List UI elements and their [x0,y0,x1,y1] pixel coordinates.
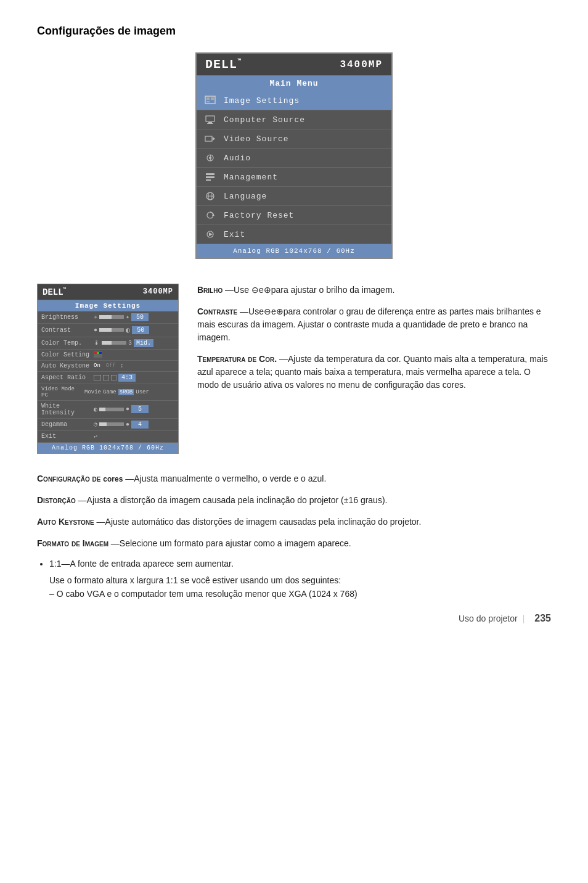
osd-item-video-source-label: Video Source [224,134,289,144]
osd-item-computer-source[interactable]: Computer Source [197,110,391,129]
sub-indent-block: Use o formato altura x largura 1:1 se vo… [49,573,551,601]
desc-distorcao-text: —Ajusta a distorção da imagem causada pe… [78,495,388,505]
osd-item-exit[interactable]: Exit [197,225,391,244]
osd-row-auto-keystone: Auto Keystone On Off ↕ [38,361,178,372]
degamma-bar [99,422,124,426]
desc-brilho-text: —Use ⊖e⊕para ajustar o brilho da imagem. [225,285,394,295]
svg-rect-26 [103,375,109,380]
svg-rect-23 [97,352,99,354]
text-descriptions: Brilho —Use ⊖e⊕para ajustar o brilho da … [197,284,551,454]
desc-auto-keystone-text: —Ajuste automático das distorções de ima… [97,517,422,527]
osd-row-color-temp: Color Temp. 🌡 3 Mid. [38,337,178,350]
term-temperatura: Temperatura de Cor. [197,354,277,364]
factory-reset-icon [203,209,218,221]
color-temp-label: Color Temp. [41,340,94,347]
desc-formato-imagem-text: —Selecione um formato para ajustar como … [111,538,351,548]
exit-small-label: Exit [41,433,94,440]
desc-config-cores-text: —Ajusta manualmente o vermelho, o verde … [125,474,326,483]
desc-config-cores: Configuração de cores —Ajusta manualment… [37,472,551,485]
white-intensity-value: 5 [131,405,149,413]
color-temp-value: Mid. [134,339,153,347]
osd-item-audio-label: Audio [224,154,251,163]
osd-model: 3400MP [340,59,383,70]
osd-item-factory-reset-label: Factory Reset [224,211,294,220]
white-intensity-bar [99,408,124,411]
audio-icon [203,152,218,164]
video-mode-label: Video Mode PC [41,386,84,398]
section-title: Configurações de imagem [37,25,551,38]
svg-rect-12 [206,176,214,178]
computer-source-icon [203,113,218,126]
exit-icon [203,228,218,240]
desc-brilho: Brilho —Use ⊖e⊕para ajustar o brilho da … [197,284,551,297]
osd-item-management-label: Management [224,173,278,182]
page-number: 235 [534,613,551,624]
bullet-item-1-1: 1:1—A fonte de entrada aparece sem aumen… [49,559,551,569]
osd-logo: DELL™ [205,57,242,72]
osd-small: DELL™ 3400MP Image Settings Brightness ✳… [37,284,179,454]
svg-rect-27 [111,375,116,380]
auto-keystone-label: Auto Keystone [41,363,94,369]
contrast-label: Contrast [41,327,94,334]
desc-auto-keystone: Auto Keystone —Ajuste automático das dis… [37,515,551,528]
color-setting-content [94,351,174,358]
contrast-content: ● ◐ 50 [94,326,174,335]
svg-rect-4 [206,116,214,121]
osd-item-language-label: Language [224,192,267,201]
svg-rect-7 [205,136,212,141]
osd-row-video-mode: Video Mode PC Movie Game sRGB User [38,384,178,401]
osd-item-image-settings[interactable]: Image Settings [197,91,391,110]
desc-distorcao: Distorção —Ajusta a distorção da imagem … [37,494,551,507]
osd-small-footer: Analog RGB 1024x768 / 60Hz [38,443,178,453]
osd-item-management[interactable]: Management [197,168,391,187]
osd-small-row-exit: Exit ↩ [38,431,178,443]
osd-small-header: DELL™ 3400MP [38,284,178,300]
desc-formato-imagem: Formato de Imagem —Selecione um formato … [37,537,551,550]
osd-small-section-label: Image Settings [38,300,178,311]
osd-small-logo: DELL™ [43,287,66,297]
degamma-label: Degamma [41,421,94,428]
osd-item-computer-source-label: Computer Source [224,115,305,125]
brightness-content: ✳ ✦ 50 [94,313,174,321]
desc-contraste: Contraste —Use⊖e⊕para controlar o grau d… [197,305,551,344]
term-config-cores: Configuração de cores [37,474,123,483]
sub-indent-line1: Use o formato altura x largura 1:1 se vo… [49,573,551,587]
osd-item-audio[interactable]: Audio [197,149,391,168]
osd-main-container: DELL™ 3400MP Main Menu Image Settings [37,52,551,259]
color-temp-content: 🌡 3 Mid. [94,339,174,347]
svg-rect-22 [94,352,97,354]
osd-row-white-intensity: White Intensity ◐ ● 5 [38,401,178,419]
color-setting-label: Color Setting [41,351,94,358]
video-source-icon [203,133,218,145]
svg-rect-13 [206,179,211,181]
degamma-value: 4 [131,421,149,429]
term-contraste: Contraste [197,306,237,316]
osd-row-brightness: Brightness ✳ ✦ 50 [38,311,178,324]
osd-item-video-source[interactable]: Video Source [197,129,391,149]
bottom-section: DELL™ 3400MP Image Settings Brightness ✳… [37,284,551,454]
svg-marker-8 [213,137,215,141]
language-icon [203,190,218,202]
term-auto-keystone: Auto Keystone [37,517,94,527]
osd-row-aspect-ratio: Aspect Ratio 4:3 [38,372,178,384]
svg-rect-25 [94,375,101,380]
osd-item-language[interactable]: Language [197,187,391,206]
aspect-ratio-content: 4:3 [94,374,174,382]
osd-row-contrast: Contrast ● ◐ 50 [38,324,178,337]
video-mode-options: Movie Game sRGB User [84,389,149,395]
osd-item-factory-reset[interactable]: Factory Reset [197,206,391,225]
contrast-bar [99,328,124,332]
bullet-list: 1:1—A fonte de entrada aparece sem aumen… [49,559,551,569]
white-intensity-content: ◐ ● 5 [94,405,174,413]
osd-footer: Analog RGB 1024x768 / 60Hz [197,244,391,258]
aspect-ratio-label: Aspect Ratio [41,374,94,381]
osd-main-menu-label: Main Menu [197,76,391,91]
osd-main-menu: DELL™ 3400MP Main Menu Image Settings [195,52,393,259]
page-footer: Uso do projetor | 235 [37,613,551,624]
brightness-label: Brightness [41,314,94,321]
osd-item-exit-label: Exit [224,230,245,239]
white-intensity-label: White Intensity [41,403,94,416]
desc-contraste-text: —Use⊖e⊕para controlar o grau de diferenç… [197,306,541,342]
svg-rect-1 [206,97,210,100]
auto-keystone-content: On Off ↕ [94,363,174,369]
